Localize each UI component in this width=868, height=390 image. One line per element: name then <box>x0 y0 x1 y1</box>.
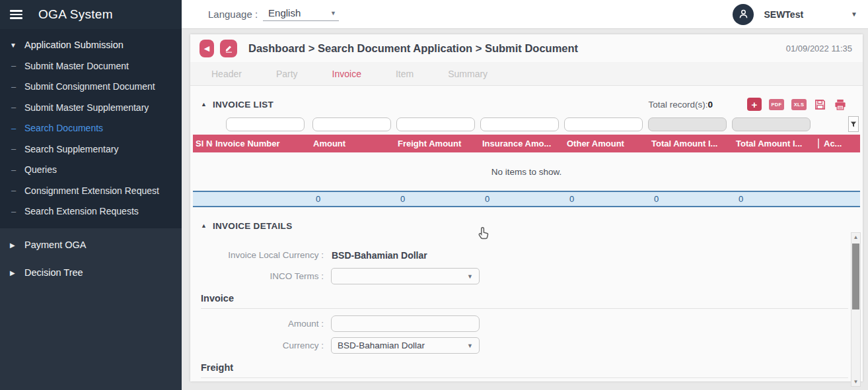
filter-input-total-amount-2 <box>732 117 811 131</box>
column-header-invoice-number[interactable]: Invoice Number <box>213 139 310 148</box>
filter-input-total-amount-1 <box>648 117 727 131</box>
column-header-amount[interactable]: Amount <box>310 139 395 148</box>
back-button[interactable]: ◀ <box>199 40 214 57</box>
sidebar-group-application-submission-block: ▼ Application Submission – Submit Master… <box>0 29 182 228</box>
divider <box>201 377 848 378</box>
dash-icon: – <box>11 123 22 133</box>
pencil-icon <box>225 44 233 53</box>
empty-state-message: No items to show. <box>190 152 863 191</box>
language-select[interactable]: English ▼ <box>263 7 339 21</box>
tab-summary[interactable]: Summary <box>448 69 488 79</box>
column-header-total-amount-2[interactable]: Total Amount I... <box>733 139 818 148</box>
scroll-down-icon[interactable]: ▼ <box>851 379 860 385</box>
save-button[interactable] <box>814 98 826 111</box>
main-content: ◀ Dashboard > Search Document Applicatio… <box>182 29 868 390</box>
hamburger-menu-icon[interactable] <box>10 10 22 19</box>
add-invoice-button[interactable]: + <box>747 98 762 111</box>
caret-down-icon: ▼ <box>467 273 473 280</box>
column-header-other-amount[interactable]: Other Amount <box>564 139 649 148</box>
dash-icon: – <box>11 207 22 216</box>
dash-icon: – <box>11 144 22 154</box>
local-currency-row: Invoice Local Currency : BSD-Bahamian Do… <box>190 247 863 263</box>
local-currency-value: BSD-Bahamian Dollar <box>332 250 427 261</box>
sidebar-item-search-extension-requests[interactable]: – Search Extension Requests <box>0 201 182 222</box>
user-name: SEWTest <box>764 9 803 20</box>
content-card: ◀ Dashboard > Search Document Applicatio… <box>190 34 863 381</box>
datetime: 01/09/2022 11:35 <box>786 44 852 53</box>
inco-terms-select[interactable]: ▼ <box>331 268 480 284</box>
scrollbar-thumb[interactable] <box>852 244 859 309</box>
breadcrumb: Dashboard > Search Document Application … <box>248 42 578 55</box>
breadcrumb-row: ◀ Dashboard > Search Document Applicatio… <box>190 34 863 62</box>
column-header-sl-no[interactable]: Sl No <box>193 139 213 148</box>
edit-button[interactable] <box>220 40 237 57</box>
triangle-up-icon[interactable]: ▲ <box>201 101 207 108</box>
vertical-scrollbar[interactable]: ▲ ▼ <box>851 232 861 387</box>
tab-invoice[interactable]: Invoice <box>332 69 361 79</box>
caret-down-icon: ▼ <box>330 10 336 16</box>
filter-row <box>190 116 863 133</box>
sidebar-item-label: Search Extension Requests <box>24 206 139 216</box>
tab-item[interactable]: Item <box>396 69 414 79</box>
tab-party[interactable]: Party <box>276 69 298 79</box>
sidebar-item-submit-consignment-document[interactable]: – Submit Consignment Document <box>0 77 182 98</box>
scroll-up-icon[interactable]: ▲ <box>851 234 860 240</box>
column-header-total-amount-1[interactable]: Total Amount I... <box>649 139 733 148</box>
caret-down-icon: ▼ <box>467 342 473 349</box>
sidebar-group-label: Application Submission <box>24 40 124 50</box>
funnel-icon <box>850 121 857 128</box>
plus-icon: + <box>752 100 758 110</box>
sidebar-collapsed-groups: ▶ Payment OGA ▶ Decision Tree <box>0 228 182 390</box>
sidebar-header: OGA System <box>0 0 182 29</box>
currency-label: Currency : <box>190 341 328 350</box>
sidebar-item-submit-master-document[interactable]: – Submit Master Document <box>0 55 182 77</box>
local-currency-label: Invoice Local Currency : <box>190 250 328 260</box>
language-value: English <box>268 7 320 18</box>
filter-funnel-button[interactable] <box>848 116 859 132</box>
filter-input-other-amount[interactable] <box>564 117 643 131</box>
sidebar-item-consignment-extension-request[interactable]: – Consignment Extension Request <box>0 180 182 201</box>
sidebar-item-search-documents[interactable]: – Search Documents <box>0 118 182 139</box>
amount-field[interactable] <box>331 315 480 332</box>
tab-header[interactable]: Header <box>211 69 242 79</box>
export-xls-button[interactable]: XLS <box>791 99 807 110</box>
sidebar-item-submit-master-supplementary[interactable]: – Submit Master Supplementary <box>0 97 182 118</box>
topbar: Language : English ▼ SEWTest ▼ <box>182 0 868 29</box>
sidebar-group-application-submission[interactable]: ▼ Application Submission <box>0 32 182 55</box>
divider <box>201 308 848 309</box>
dash-icon: – <box>11 102 22 112</box>
sidebar-group-label: Decision Tree <box>24 267 83 278</box>
filter-input-amount[interactable] <box>312 117 391 131</box>
totals-cell-total-1: 0 <box>649 194 733 204</box>
totals-cell-other: 0 <box>564 194 649 204</box>
total-records-label: Total record(s): <box>648 100 707 110</box>
sidebar-item-search-supplementary[interactable]: – Search Supplementary <box>0 139 182 160</box>
filter-input-insurance-amount[interactable] <box>480 117 559 131</box>
sidebar: OGA System ▼ Application Submission – Su… <box>0 0 182 390</box>
filter-input-invoice-number[interactable] <box>226 117 305 131</box>
language-selector-group: Language : English ▼ <box>208 7 339 21</box>
column-header-actions[interactable]: Ac... <box>818 139 860 148</box>
column-header-insurance-amount[interactable]: Insurance Amo... <box>480 139 564 148</box>
sidebar-item-queries[interactable]: – Queries <box>0 160 182 181</box>
caret-down-icon: ▼ <box>10 42 20 49</box>
filter-input-freight-amount[interactable] <box>396 117 475 131</box>
sidebar-group-payment-oga[interactable]: ▶ Payment OGA <box>0 231 182 259</box>
person-icon <box>738 9 749 20</box>
tab-bar: Header Party Invoice Item Summary <box>190 62 863 86</box>
sidebar-group-decision-tree[interactable]: ▶ Decision Tree <box>0 259 182 286</box>
total-records: Total record(s):0 <box>648 100 713 110</box>
column-header-freight-amount[interactable]: Freight Amount <box>395 139 480 148</box>
totals-cell-total-2: 0 <box>733 194 818 204</box>
currency-select[interactable]: BSD-Bahamian Dollar ▼ <box>331 337 480 354</box>
invoice-table-header: Sl No Invoice Number Amount Freight Amou… <box>193 135 860 152</box>
invoice-details-section-header: ▲ INVOICE DETAILS <box>190 216 863 235</box>
export-pdf-button[interactable]: PDF <box>769 99 784 110</box>
print-button[interactable] <box>834 98 847 111</box>
sidebar-item-label: Queries <box>24 164 57 175</box>
currency-value: BSD-Bahamian Dollar <box>338 341 425 350</box>
triangle-up-icon[interactable]: ▲ <box>201 222 207 229</box>
caret-right-icon: ▶ <box>10 242 20 249</box>
user-menu[interactable]: SEWTest ▼ <box>733 4 857 25</box>
sidebar-item-label: Submit Master Document <box>24 61 129 71</box>
